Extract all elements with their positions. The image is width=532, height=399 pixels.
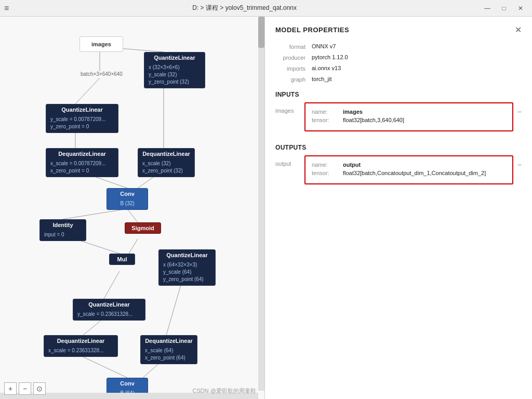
input-name-value: images — [343, 109, 363, 115]
prop-producer-value: pytorch 1.12.0 — [312, 54, 348, 60]
node-conv1[interactable]: Conv B (32) — [107, 188, 148, 210]
output-card-output: name: output tensor: float32[batch,Conca… — [304, 155, 513, 184]
maximize-button[interactable]: □ — [497, 3, 511, 14]
output-tensor-row: tensor: float32[batch,Concatoutput_dim_1… — [312, 170, 506, 176]
input-tensor-row: tensor: float32[batch,3,640,640] — [312, 117, 506, 123]
output-name-field-label: name: — [312, 162, 343, 168]
node-quantizelinear2-body: y_scale = 0.00787209...y_zero_point = 0 — [46, 115, 118, 132]
graph-canvas: images batch×3×640×640 QuantizeLinear x … — [0, 17, 264, 399]
output-name-value: output — [343, 162, 361, 168]
window-title: D: > 课程 > yolov5_trimmed_qat.onnx — [9, 4, 480, 12]
input-name-field-label: name: — [312, 109, 343, 115]
node-quantizelinear2[interactable]: QuantizeLinear y_scale = 0.00787209...y_… — [46, 104, 118, 133]
svg-line-10 — [129, 239, 138, 254]
svg-line-12 — [166, 282, 182, 335]
node-quantizelinear3-label: QuantizeLinear — [159, 250, 215, 260]
node-dequantizelinear4[interactable]: DequantizeLinear x_scale (64)x_zero_poin… — [140, 335, 197, 364]
prop-format: format ONNX v7 — [275, 43, 522, 50]
edge-label-images: batch×3×640×640 — [81, 71, 123, 77]
node-conv1-label: Conv — [107, 189, 148, 199]
prop-format-value: ONNX v7 — [312, 43, 336, 49]
node-identity-label: Identity — [40, 220, 86, 230]
output-item-output: output name: output tensor: float32[batc… — [275, 155, 522, 189]
graph-toolbar: + − ⊙ — [4, 382, 46, 395]
prop-graph-label: graph — [275, 76, 312, 83]
node-identity[interactable]: Identity input = 0 — [39, 219, 86, 241]
prop-imports-label: imports — [275, 65, 312, 72]
svg-line-2 — [75, 78, 100, 104]
node-dequantizelinear1[interactable]: DequantizeLinear x_scale = 0.00787209...… — [46, 148, 118, 177]
node-dequantizelinear4-label: DequantizeLinear — [141, 336, 197, 346]
prop-producer-label: producer — [275, 54, 312, 61]
node-sigmoid[interactable]: Sigmoid — [125, 222, 161, 234]
input-card-wrapper: name: images tensor: float32[batch,3,640… — [304, 102, 513, 136]
node-sigmoid-label: Sigmoid — [125, 223, 161, 233]
panel-title: MODEL PROPERTIES — [275, 26, 349, 34]
node-mul-label: Mul — [110, 254, 135, 264]
close-button[interactable]: ✕ — [513, 3, 528, 14]
panel-close-button[interactable]: ✕ — [515, 25, 522, 35]
node-identity-body: input = 0 — [40, 230, 86, 241]
menu-icon[interactable]: ≡ — [4, 4, 9, 13]
node-quantizelinear3[interactable]: QuantizeLinear x (64×32×3×3)y_scale (64)… — [158, 249, 216, 286]
input-tensor-field-label: tensor: — [312, 117, 343, 123]
output-name-label: output — [275, 155, 300, 167]
svg-line-11 — [104, 271, 119, 299]
node-conv1-body: B (32) — [107, 199, 148, 209]
node-dequantizelinear1-body: x_scale = 0.00787209...x_zero_point = 0 — [46, 159, 118, 177]
properties-panel: MODEL PROPERTIES ✕ format ONNX v7 produc… — [265, 17, 532, 399]
zoom-fit-button[interactable]: ⊙ — [33, 382, 46, 395]
graph-scrollbar-thumb[interactable] — [258, 17, 264, 48]
graph-scrollbar-vertical[interactable] — [258, 17, 264, 391]
zoom-out-button[interactable]: − — [19, 382, 31, 395]
watermark: CSDN @爱听歌的周童鞋 — [193, 387, 256, 395]
minimize-button[interactable]: — — [480, 3, 495, 14]
node-quantizelinear1-body: x (32×3×6×6)y_scale (32)y_zero_point (32… — [144, 63, 205, 88]
prop-graph: graph torch_jit — [275, 76, 522, 83]
panel-header: MODEL PROPERTIES ✕ — [275, 25, 522, 35]
node-quantizelinear1-label: QuantizeLinear — [144, 52, 205, 63]
main-content: images batch×3×640×640 QuantizeLinear x … — [0, 17, 532, 399]
output-card-wrapper: name: output tensor: float32[batch,Conca… — [304, 155, 513, 189]
output-tensor-field-label: tensor: — [312, 170, 343, 176]
prop-imports: imports ai.onnx v13 — [275, 65, 522, 72]
node-dequantizelinear1-label: DequantizeLinear — [46, 149, 118, 159]
window-controls: — □ ✕ — [480, 3, 528, 14]
graph-panel[interactable]: images batch×3×640×640 QuantizeLinear x … — [0, 17, 265, 399]
input-card-images: name: images tensor: float32[batch,3,640… — [304, 102, 513, 131]
node-quantizelinear2-label: QuantizeLinear — [46, 104, 118, 115]
input-collapse-button[interactable]: − — [517, 102, 522, 116]
node-dequantizelinear2[interactable]: DequantizeLinear x_scale (32)x_zero_poin… — [138, 148, 195, 177]
output-collapse-button[interactable]: − — [517, 155, 522, 169]
node-images[interactable]: images — [79, 36, 123, 52]
node-images-label: images — [87, 39, 115, 49]
node-quantizelinear4[interactable]: QuantizeLinear y_scale = 0.23631328... — [73, 299, 145, 321]
output-tensor-value: float32[batch,Concatoutput_dim_1,Concato… — [343, 170, 486, 176]
node-mul[interactable]: Mul — [109, 254, 135, 265]
svg-line-8 — [127, 209, 138, 222]
node-dequantizelinear3-body: x_scale = 0.23631328... — [44, 346, 117, 356]
svg-line-7 — [62, 209, 127, 219]
node-dequantizelinear2-label: DequantizeLinear — [138, 149, 194, 159]
input-item-images: images name: images tensor: float32[batc… — [275, 102, 522, 136]
node-quantizelinear4-body: y_scale = 0.23631328... — [73, 310, 145, 320]
node-quantizelinear1[interactable]: QuantizeLinear x (32×3×6×6)y_scale (32)y… — [144, 52, 205, 88]
node-dequantizelinear4-body: x_scale (64)x_zero_point (64) — [141, 346, 197, 364]
properties-fields: format ONNX v7 producer pytorch 1.12.0 i… — [275, 43, 522, 83]
node-dequantizelinear3-label: DequantizeLinear — [44, 336, 117, 346]
svg-line-14 — [83, 357, 127, 378]
outputs-section-title: OUTPUTS — [275, 144, 522, 151]
outputs-list: output name: output tensor: float32[batc… — [275, 155, 522, 189]
node-conv2-label: Conv — [107, 378, 148, 389]
inputs-list: images name: images tensor: float32[batc… — [275, 102, 522, 136]
node-dequantizelinear3[interactable]: DequantizeLinear x_scale = 0.23631328... — [44, 335, 118, 357]
input-name-row: name: images — [312, 109, 506, 115]
node-quantizelinear4-label: QuantizeLinear — [73, 299, 145, 310]
prop-graph-value: torch_jit — [312, 76, 332, 82]
title-bar: ≡ D: > 课程 > yolov5_trimmed_qat.onnx — □ … — [0, 0, 532, 17]
title-bar-left: ≡ — [4, 4, 9, 13]
prop-imports-value: ai.onnx v13 — [312, 65, 341, 71]
zoom-in-button[interactable]: + — [4, 382, 17, 395]
node-quantizelinear3-body: x (64×32×3×3)y_scale (64)y_zero_point (6… — [159, 260, 215, 285]
input-name-label: images — [275, 102, 300, 114]
